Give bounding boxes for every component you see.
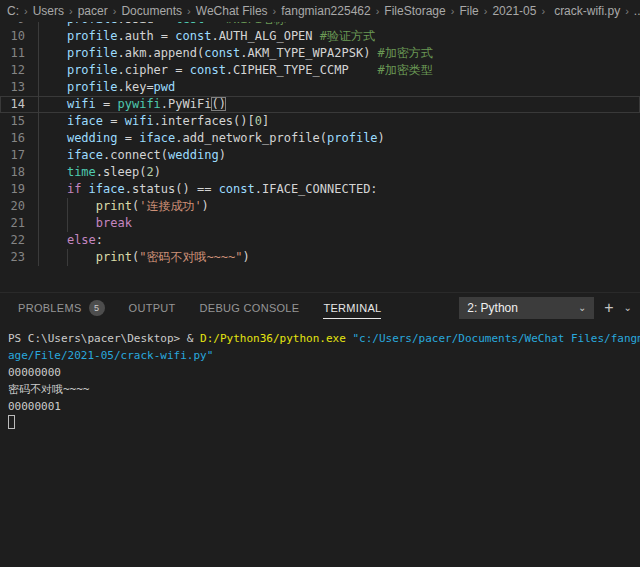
line-number: 18 [0,164,38,181]
breadcrumb-separator: › [24,5,28,17]
panel-header: PROBLEMS5OUTPUTDEBUG CONSOLETERMINAL 2: … [0,292,640,322]
terminal-line: 00000000 [8,364,640,381]
new-terminal-button[interactable]: + [604,300,613,316]
terminal-line: age/File/2021-05/crack-wifi.py" [8,347,640,364]
panel-tab-problems[interactable]: PROBLEMS5 [18,293,105,323]
breadcrumb-separator: › [273,5,277,17]
code-line-text: break [38,215,640,232]
code-line[interactable]: 21 break [0,215,640,232]
breadcrumb-item[interactable]: Users [33,4,64,18]
code-line[interactable]: 17 iface.connect(wedding) [0,147,640,164]
breadcrumb-item[interactable]: C: [7,4,19,18]
terminal-line: PS C:\Users\pacer\Desktop> & D:/Python36… [8,330,640,347]
code-line-text: profile.cipher = const.CIPHER_TYPE_CCMP … [38,62,640,79]
breadcrumb-symbol-more[interactable]: ... [634,4,640,18]
code-line[interactable]: 13 profile.key=pwd [0,79,640,96]
breadcrumb-separator: › [113,5,117,17]
line-number: 14 [0,96,38,113]
code-editor[interactable]: 9 profile.ssid = test #WiFi名称10 profile.… [0,22,640,292]
line-number: 15 [0,113,38,130]
code-lines: 9 profile.ssid = test #WiFi名称10 profile.… [0,22,640,266]
breadcrumb-separator: › [187,5,191,17]
line-number: 22 [0,232,38,249]
breadcrumb-item[interactable]: Documents [121,4,182,18]
code-line[interactable]: 18 time.sleep(2) [0,164,640,181]
panel-tabs: PROBLEMS5OUTPUTDEBUG CONSOLETERMINAL [18,293,381,323]
terminal-line: 00000001 [8,398,640,415]
code-line[interactable]: 20 print('连接成功') [0,198,640,215]
line-number: 16 [0,130,38,147]
code-line[interactable]: 23 print("密码不对哦~~~~") [0,249,640,266]
code-line-text: profile.auth = const.AUTH_ALG_OPEN #验证方式 [38,28,640,45]
breadcrumb-separator: › [484,5,488,17]
code-line[interactable]: 11 profile.akm.append(const.AKM_TYPE_WPA… [0,45,640,62]
indent-guide [38,22,39,266]
breadcrumb-item[interactable]: fangmian225462 [281,4,370,18]
code-line-text: print("密码不对哦~~~~") [38,249,640,266]
code-line[interactable]: 15 iface = wifi.interfaces()[0] [0,113,640,130]
code-line[interactable]: 10 profile.auth = const.AUTH_ALG_OPEN #验… [0,28,640,45]
line-number: 19 [0,181,38,198]
terminal-line: 密码不对哦~~~~ [8,381,640,398]
line-number: 13 [0,79,38,96]
terminal-more-chevron-icon[interactable]: ⌄ [624,302,632,313]
code-line-text: iface.connect(wedding) [38,147,640,164]
code-line-text: profile.key=pwd [38,79,640,96]
line-number: 23 [0,249,38,266]
code-line-text: if iface.status() == const.IFACE_CONNECT… [38,181,640,198]
breadcrumb-item[interactable]: File [459,4,478,18]
terminal-content[interactable]: PS C:\Users\pacer\Desktop> & D:/Python36… [0,322,640,432]
breadcrumb-separator: › [541,5,545,17]
breadcrumb-separator: › [69,5,73,17]
terminal-cursor [8,415,15,429]
indent-guide [67,198,68,232]
code-line-text: print('连接成功') [38,198,640,215]
code-line[interactable]: 14 wifi = pywifi.PyWiFi() [0,96,640,113]
line-number: 10 [0,28,38,45]
breadcrumb-file[interactable]: crack-wifi.py [554,4,620,18]
code-line[interactable]: 16 wedding = iface.add_network_profile(p… [0,130,640,147]
code-line[interactable]: 22 else: [0,232,640,249]
breadcrumb-item[interactable]: pacer [78,4,108,18]
line-number: 11 [0,45,38,62]
problems-count-badge: 5 [89,300,105,316]
line-number: 17 [0,147,38,164]
indent-guide [67,249,68,266]
code-line-text: wifi = pywifi.PyWiFi() [38,96,640,113]
panel-tab-output[interactable]: OUTPUT [129,293,176,323]
terminal-select[interactable]: 2: Python ⌄ [459,297,594,319]
terminal-select-value: 2: Python [467,301,578,315]
code-line[interactable]: 19 if iface.status() == const.IFACE_CONN… [0,181,640,198]
panel-actions: 2: Python ⌄ + ⌄ [459,297,632,319]
line-number: 12 [0,62,38,79]
code-line-text: else: [38,232,640,249]
code-line-text: iface = wifi.interfaces()[0] [38,113,640,130]
code-line-text: profile.akm.append(const.AKM_TYPE_WPA2PS… [38,45,640,62]
panel-tab-terminal[interactable]: TERMINAL [323,293,381,323]
breadcrumb: C:›Users›pacer›Documents›WeChat Files›fa… [0,0,640,22]
breadcrumb-item[interactable]: FileStorage [384,4,445,18]
breadcrumb-separator: › [451,5,455,17]
code-line-text: time.sleep(2) [38,164,640,181]
breadcrumb-separator: › [625,5,629,17]
terminal-cursor-line [8,415,640,432]
panel-tab-debug-console[interactable]: DEBUG CONSOLE [200,293,300,323]
breadcrumb-item[interactable]: 2021-05 [492,4,536,18]
chevron-down-icon: ⌄ [578,302,586,313]
line-number: 20 [0,198,38,215]
breadcrumb-item[interactable]: WeChat Files [196,4,268,18]
line-number: 21 [0,215,38,232]
breadcrumb-separator: › [376,5,380,17]
code-line-text: wedding = iface.add_network_profile(prof… [38,130,640,147]
code-line[interactable]: 12 profile.cipher = const.CIPHER_TYPE_CC… [0,62,640,79]
